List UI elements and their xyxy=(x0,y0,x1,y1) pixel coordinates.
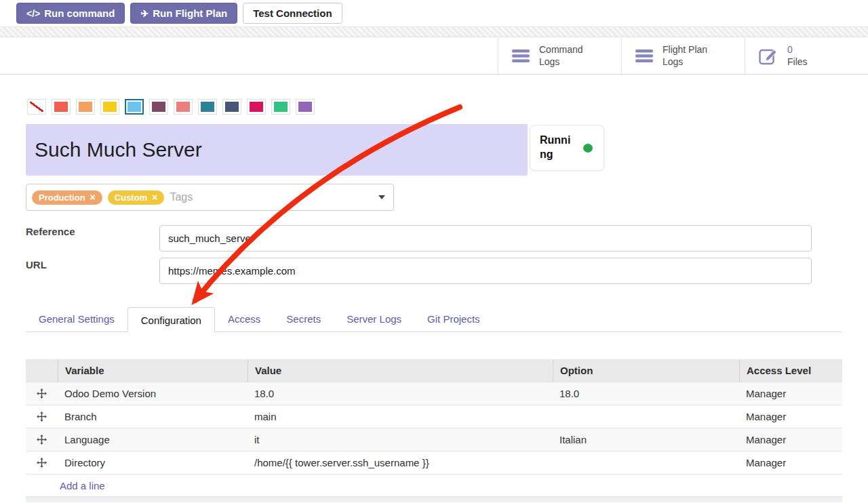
column-header-option[interactable]: Option xyxy=(553,359,739,382)
run-flight-plan-label: Run Flight Plan xyxy=(153,7,227,19)
status-label: Running xyxy=(540,134,575,162)
reference-input[interactable] xyxy=(159,225,812,252)
flight-plan-logs-stat-button[interactable]: Flight Plan Logs xyxy=(621,38,745,74)
table-row[interactable]: Branch main Manager xyxy=(26,405,842,428)
cell-variable[interactable]: Branch xyxy=(58,411,248,422)
configuration-table: Variable Value Option Access Level Odoo … xyxy=(26,359,842,502)
table-row[interactable]: Odoo Demo Version 18.0 18.0 Manager xyxy=(26,382,842,405)
color-swatch-none[interactable] xyxy=(27,99,46,115)
move-arrows-icon xyxy=(37,458,47,468)
notebook-tabs: General Settings Configuration Access Se… xyxy=(26,306,842,332)
cell-option[interactable]: Italian xyxy=(553,434,739,445)
table-row[interactable]: Language it Italian Manager xyxy=(26,428,842,451)
cell-access-level[interactable]: Manager xyxy=(739,388,842,399)
plane-icon: ✈ xyxy=(140,8,149,19)
command-logs-stat-button[interactable]: Command Logs xyxy=(498,38,621,74)
chevron-down-icon[interactable] xyxy=(378,195,385,199)
drag-handle[interactable] xyxy=(26,458,58,468)
cell-access-level[interactable]: Manager xyxy=(739,457,842,468)
color-swatch-green[interactable] xyxy=(271,99,290,115)
running-status-button[interactable]: Running xyxy=(530,125,604,171)
cell-value[interactable]: 18.0 xyxy=(248,388,553,399)
status-dot xyxy=(583,144,593,153)
color-swatch-salmon[interactable] xyxy=(174,99,193,115)
color-swatch-red[interactable] xyxy=(52,99,71,115)
cell-access-level[interactable]: Manager xyxy=(739,434,842,445)
remove-tag-icon[interactable]: × xyxy=(90,193,96,202)
table-row[interactable]: Directory /home/{{ tower.server.ssh_user… xyxy=(26,451,842,474)
move-arrows-icon xyxy=(37,388,47,399)
column-header-access-level[interactable]: Access Level xyxy=(739,359,842,382)
test-connection-button[interactable]: Test Connection xyxy=(243,3,342,24)
color-swatch-dark-purple[interactable] xyxy=(149,99,168,115)
list-lines-icon xyxy=(512,49,530,63)
code-icon: </> xyxy=(26,8,40,19)
url-input[interactable] xyxy=(159,258,812,284)
cell-variable[interactable]: Language xyxy=(58,434,248,445)
cell-value[interactable]: /home/{{ tower.server.ssh_username }} xyxy=(248,457,553,468)
cell-variable[interactable]: Odoo Demo Version xyxy=(58,388,248,399)
files-stat-button[interactable]: 0 Files xyxy=(745,38,868,74)
column-header-value[interactable]: Value xyxy=(248,359,553,382)
reference-label: Reference xyxy=(26,226,75,237)
edit-pencil-square-icon xyxy=(759,47,778,65)
cell-access-level[interactable]: Manager xyxy=(739,411,842,422)
url-label: URL xyxy=(26,259,47,270)
run-command-label: Run command xyxy=(44,7,115,19)
files-label: 0 Files xyxy=(787,44,808,68)
color-swatch-dark-blue[interactable] xyxy=(222,99,241,115)
add-a-line-link[interactable]: Add a line xyxy=(60,480,105,491)
tab-access[interactable]: Access xyxy=(215,306,273,331)
add-line-row: Add a line xyxy=(26,474,842,496)
tags-field[interactable]: Production × Custom × Tags xyxy=(26,184,394,211)
tab-git-projects[interactable]: Git Projects xyxy=(414,306,493,331)
tag-custom: Custom × xyxy=(108,190,165,205)
cell-value[interactable]: it xyxy=(248,434,553,445)
record-title[interactable]: Such Much Server xyxy=(26,124,528,176)
hatched-divider-band xyxy=(0,26,868,37)
form-status-bar: Command Logs Flight Plan Logs 0 Files xyxy=(0,38,868,75)
color-swatch-yellow[interactable] xyxy=(100,99,119,115)
list-lines-icon xyxy=(635,49,653,63)
move-arrows-icon xyxy=(37,411,47,422)
flight-plan-logs-label: Flight Plan Logs xyxy=(663,44,707,68)
stat-buttons: Command Logs Flight Plan Logs 0 Files xyxy=(498,38,868,74)
cell-option[interactable]: 18.0 xyxy=(553,388,739,399)
top-action-bar: </> Run command ✈ Run Flight Plan Test C… xyxy=(16,3,342,24)
next-section-band xyxy=(26,496,842,502)
color-swatch-purple[interactable] xyxy=(296,99,315,115)
cell-value[interactable]: main xyxy=(248,411,553,422)
column-header-variable[interactable]: Variable xyxy=(58,359,248,382)
color-swatch-light-blue-selected[interactable] xyxy=(125,99,144,115)
tags-placeholder: Tags xyxy=(170,191,193,203)
test-connection-label: Test Connection xyxy=(253,7,332,19)
color-swatch-orange[interactable] xyxy=(76,99,95,115)
tab-server-logs[interactable]: Server Logs xyxy=(334,306,414,331)
run-flight-plan-button[interactable]: ✈ Run Flight Plan xyxy=(130,3,237,24)
color-swatch-teal[interactable] xyxy=(198,99,217,115)
color-palette xyxy=(27,99,315,115)
color-swatch-magenta[interactable] xyxy=(247,99,266,115)
tab-secrets[interactable]: Secrets xyxy=(273,306,334,331)
drag-handle[interactable] xyxy=(26,388,58,399)
cell-variable[interactable]: Directory xyxy=(58,457,248,468)
run-command-button[interactable]: </> Run command xyxy=(16,3,125,24)
remove-tag-icon[interactable]: × xyxy=(152,193,157,202)
move-arrows-icon xyxy=(37,435,47,445)
no-color-icon xyxy=(30,102,43,112)
command-logs-label: Command Logs xyxy=(539,44,583,68)
tab-general-settings[interactable]: General Settings xyxy=(26,306,127,331)
table-header: Variable Value Option Access Level xyxy=(26,359,842,382)
tag-production: Production × xyxy=(32,190,102,205)
tab-configuration[interactable]: Configuration xyxy=(127,307,215,332)
drag-handle[interactable] xyxy=(26,411,58,422)
drag-handle[interactable] xyxy=(26,435,58,445)
handle-column-header xyxy=(26,359,58,382)
